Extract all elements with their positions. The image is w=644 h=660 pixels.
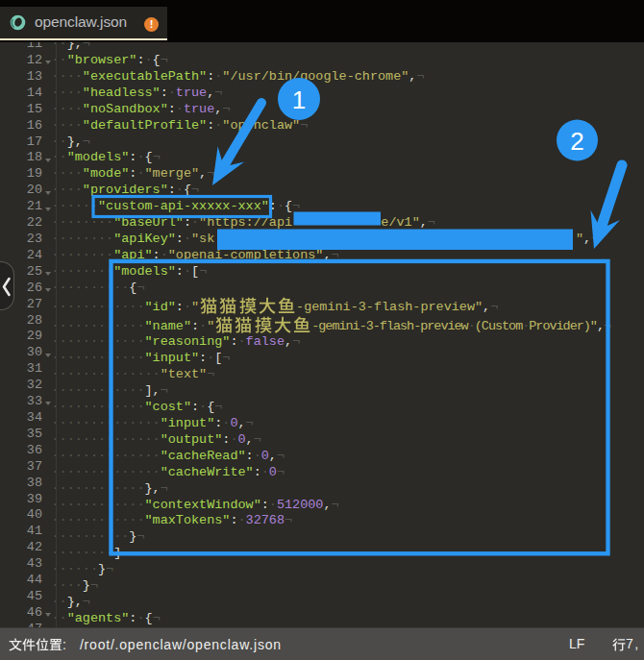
svg-text:2: 2 — [570, 127, 583, 156]
svg-text:1: 1 — [292, 86, 306, 114]
